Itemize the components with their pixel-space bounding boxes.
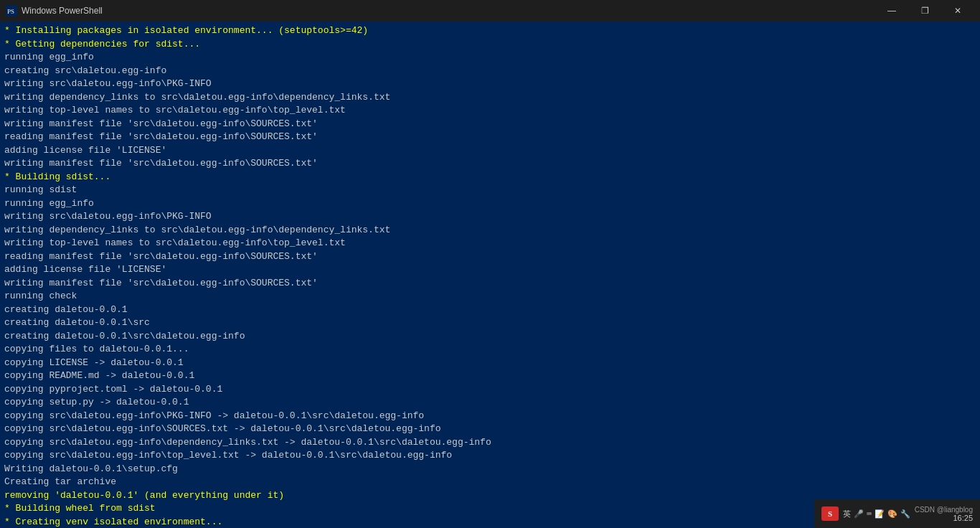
csdn-label: CSDN @liangblog	[915, 506, 973, 514]
close-button[interactable]: ✕	[941, 0, 974, 22]
svg-text:PS: PS	[7, 8, 14, 15]
system-tray-icons: 英 🎤 ⌨ 📝 🎨 🔧	[843, 509, 910, 519]
title-bar-controls: — ❐ ✕	[875, 0, 974, 22]
time-display: CSDN @liangblog 16:25	[915, 506, 973, 522]
clock: 16:25	[915, 514, 973, 522]
ime-label[interactable]: 英	[843, 509, 851, 519]
skin-icon: 🎨	[887, 509, 897, 519]
minimize-button[interactable]: —	[875, 0, 908, 22]
keyboard-icon: ⌨	[867, 509, 872, 519]
powershell-icon: PS	[6, 5, 17, 16]
title-bar-title: Windows PowerShell	[22, 6, 103, 16]
maximize-button[interactable]: ❐	[908, 0, 941, 22]
terminal-window: * Installing packages in isolated enviro…	[0, 22, 980, 528]
tools-icon: 🔧	[900, 509, 910, 519]
title-bar: PS Windows PowerShell — ❐ ✕	[0, 0, 980, 22]
terminal-output: * Installing packages in isolated enviro…	[4, 24, 976, 528]
sogou-icon[interactable]: S	[821, 506, 839, 521]
title-bar-left: PS Windows PowerShell	[6, 5, 103, 16]
taskbar-overlay: S 英 🎤 ⌨ 📝 🎨 🔧 CSDN @liangblog 16:25	[814, 499, 980, 528]
mic-icon: 🎤	[854, 509, 864, 519]
sogou-extra-icon: 📝	[875, 509, 885, 519]
